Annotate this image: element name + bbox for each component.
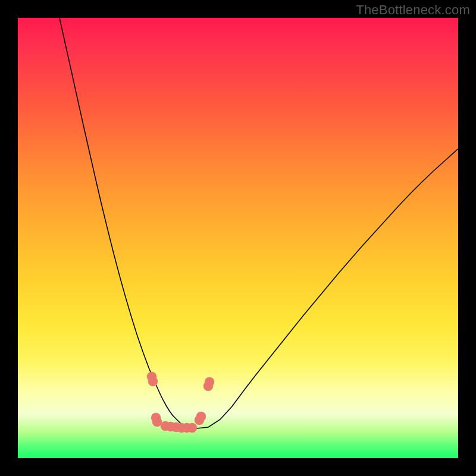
curve-marker bbox=[152, 417, 162, 427]
watermark-text: TheBottleneck.com bbox=[356, 2, 470, 18]
bottleneck-curve-svg bbox=[18, 18, 458, 458]
curve-marker bbox=[187, 423, 197, 433]
chart-frame: TheBottleneck.com bbox=[0, 0, 476, 476]
curve-marker-group bbox=[147, 372, 214, 433]
curve-marker bbox=[148, 377, 158, 386]
plot-area bbox=[18, 18, 458, 458]
curve-marker bbox=[205, 377, 214, 387]
bottleneck-curve bbox=[60, 18, 458, 428]
curve-marker bbox=[196, 412, 206, 421]
